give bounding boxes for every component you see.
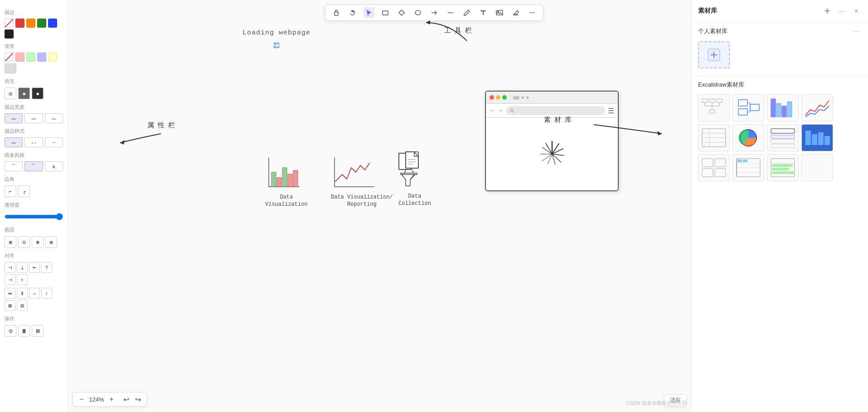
tool-text[interactable] [478, 7, 489, 18]
library-item-10[interactable] [732, 154, 764, 181]
library-item-3[interactable] [767, 94, 799, 121]
line-style-3[interactable]: ∧ [45, 161, 63, 171]
library-item-1[interactable] [698, 94, 730, 121]
nav-back[interactable]: ← [490, 107, 495, 114]
center-x[interactable]: ⊞ [5, 300, 15, 311]
align-right[interactable]: ⊢ [29, 262, 40, 273]
fill-color-transparent[interactable] [5, 53, 14, 62]
op-delete[interactable]: 🗑 [18, 325, 30, 337]
stroke-style-dotted[interactable]: ··· [45, 137, 63, 147]
svg-rect-99 [772, 164, 793, 167]
library-add-item[interactable] [698, 41, 730, 68]
stretch-v[interactable]: ↕ [41, 288, 52, 299]
stroke-style-dashed[interactable]: - - [24, 137, 43, 147]
undo-btn[interactable]: ↩ [121, 394, 131, 404]
stroke-width-thin[interactable]: — [5, 113, 23, 123]
fill-color-green[interactable] [26, 53, 35, 62]
fill-color-blue[interactable] [37, 53, 46, 62]
handle-ml[interactable] [274, 44, 277, 47]
fill-style-circle[interactable]: ◎ [5, 87, 16, 99]
handle-bm[interactable] [275, 44, 278, 48]
corner-round[interactable]: ╭ [18, 185, 30, 197]
line-style-1[interactable]: ⌒ [5, 161, 23, 171]
library-item-9[interactable] [698, 154, 730, 181]
url-bar[interactable] [506, 106, 605, 115]
library-item-12[interactable] [801, 154, 833, 181]
redo-btn[interactable]: ↪ [133, 394, 143, 404]
canvas-area[interactable]: 工 具 栏 属 性 栏 Loading webpage [68, 0, 691, 412]
tool-lock[interactable] [331, 7, 342, 18]
panel-pin-btn[interactable] [822, 5, 833, 16]
op-duplicate[interactable]: ⊙ [5, 325, 16, 337]
handle-tr[interactable] [276, 43, 279, 46]
stroke-color-transparent[interactable] [5, 19, 14, 28]
stroke-color-blue[interactable] [48, 19, 57, 28]
library-item-7[interactable] [767, 124, 799, 151]
library-item-6[interactable] [732, 124, 764, 151]
handle-bl[interactable] [274, 44, 277, 48]
tool-image[interactable] [494, 7, 505, 18]
fill-color-yellow[interactable] [48, 53, 57, 62]
align-bottom[interactable]: ⊦ [17, 274, 28, 285]
align-center-h[interactable]: ⊥ [17, 262, 28, 273]
handle-br[interactable] [276, 44, 279, 48]
tool-eraser[interactable] [510, 7, 521, 18]
fill-style-solid[interactable]: ■ [18, 87, 30, 99]
panel-close-btn[interactable]: × [851, 5, 862, 16]
center-y[interactable]: ⊟ [17, 300, 28, 311]
personal-more-btn[interactable]: ··· [851, 26, 862, 37]
stroke-color-red[interactable] [15, 19, 24, 28]
distribute-v[interactable]: ⇕ [17, 288, 28, 299]
tool-select[interactable] [364, 7, 374, 18]
fill-color-gray[interactable] [5, 63, 16, 73]
zoom-in-btn[interactable]: + [107, 394, 116, 404]
nav-menu[interactable]: ☰ [608, 107, 614, 115]
nav-forward[interactable]: → [498, 107, 503, 114]
align-middle-v[interactable]: ⊣ [5, 274, 15, 285]
tool-arrow[interactable] [429, 7, 440, 18]
handle-tm[interactable] [275, 43, 278, 46]
stretch-h[interactable]: ↔ [29, 288, 40, 299]
stroke-color-green[interactable] [37, 19, 46, 28]
handle-tl[interactable] [274, 43, 277, 46]
line-style-2[interactable]: ⌒ [24, 161, 43, 171]
stroke-color-black[interactable] [5, 29, 14, 39]
traffic-red[interactable] [490, 95, 494, 100]
distribute-h[interactable]: ⇔ [5, 288, 15, 299]
library-item-5[interactable] [698, 124, 730, 151]
tab-new[interactable]: + [526, 94, 529, 101]
align-top[interactable]: ⊤ [41, 262, 52, 273]
library-item-11[interactable] [767, 154, 799, 181]
op-group[interactable]: ⊞ [32, 325, 44, 337]
tool-rect[interactable] [380, 7, 391, 18]
corner-sharp[interactable]: ⌐ [5, 185, 16, 197]
traffic-green[interactable] [502, 95, 507, 100]
fill-color-pink[interactable] [15, 53, 24, 62]
tool-ellipse[interactable] [412, 7, 423, 18]
library-item-8[interactable] [801, 124, 833, 151]
layer-forward[interactable]: ⊕ [32, 236, 44, 248]
opacity-slider[interactable] [5, 213, 63, 220]
panel-more-btn[interactable]: ··· [836, 5, 847, 16]
library-item-4[interactable] [801, 94, 833, 121]
zoom-value[interactable]: 124% [88, 396, 105, 403]
handle-mr[interactable] [276, 44, 279, 47]
stroke-style-solid[interactable]: — [5, 137, 23, 147]
layer-send-back[interactable]: ⊗ [5, 236, 16, 248]
fill-style-dark[interactable]: ■ [32, 87, 44, 99]
tool-line[interactable] [445, 7, 456, 18]
tool-pencil[interactable] [461, 7, 472, 18]
stroke-width-medium[interactable]: — [24, 113, 43, 123]
stroke-width-thick[interactable]: — [45, 113, 63, 123]
tool-diamond[interactable] [396, 7, 407, 18]
stroke-color-orange[interactable] [26, 19, 35, 28]
library-item-2[interactable] [732, 94, 764, 121]
layer-front[interactable]: ⊛ [45, 236, 57, 248]
tab-close[interactable]: ✕ [521, 95, 524, 100]
tool-more[interactable] [527, 7, 538, 18]
zoom-out-btn[interactable]: − [77, 394, 87, 404]
tool-hand[interactable] [347, 7, 358, 18]
layer-backward[interactable]: ⊙ [18, 236, 30, 248]
align-left[interactable]: ⊣ [5, 262, 15, 273]
traffic-yellow[interactable] [496, 95, 500, 100]
